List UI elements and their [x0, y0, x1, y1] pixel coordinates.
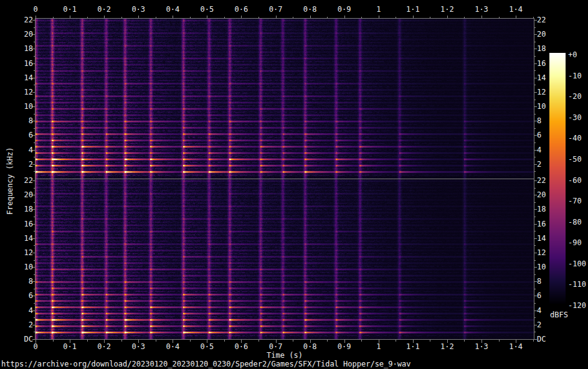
freq-tick-label-left-ch1: 12: [19, 88, 33, 96]
time-tick-label-top: 0·7: [269, 6, 283, 13]
freq-tick-label-right-ch1: 8: [537, 117, 541, 124]
freq-minor-tick-right-ch2: [534, 260, 536, 261]
freq-minor-tick-right-ch1: [534, 157, 536, 157]
freq-minor-tick-right-ch2: [534, 274, 536, 275]
freq-tick-label-left-ch1: 4: [19, 146, 33, 154]
colorbar-tick-label: -10: [568, 72, 582, 80]
time-tick-label-top: 0·4: [166, 6, 179, 13]
freq-tick-label-right-ch1: 6: [537, 131, 541, 139]
time-tick-label-top: 0·3: [131, 6, 145, 13]
freq-tick-label-left-ch1: 16: [19, 60, 33, 67]
time-minor-tick-bottom: [396, 340, 396, 342]
colorbar-tick-label: -50: [568, 156, 582, 163]
freq-tick-label-right-ch2: 8: [537, 278, 541, 285]
freq-tick-label-right-ch2: 18: [537, 205, 546, 213]
time-minor-tick-bottom: [430, 340, 430, 342]
time-tick-label-bottom: 0: [33, 343, 37, 350]
time-tick-label-top: 0·6: [235, 6, 249, 13]
colorbar-tick-label: -120: [568, 302, 586, 309]
time-minor-tick-bottom: [156, 340, 156, 342]
colorbar-tick-label: -20: [568, 93, 582, 100]
freq-minor-tick-right-ch1: [534, 56, 536, 57]
freq-tick-label-left-ch2: 4: [19, 307, 33, 314]
y-axis-title: Frequency (kHz): [6, 147, 14, 215]
time-minor-tick-bottom: [87, 340, 88, 342]
freq-tick-label-right-ch2: 16: [537, 220, 546, 228]
time-tick-label-top: 1·2: [440, 6, 454, 13]
freq-tick-label-right-ch2: 6: [537, 292, 541, 299]
freq-tick-label-left-ch2: 18: [19, 205, 33, 213]
colorbar-unit-label: dBFS: [550, 311, 568, 319]
time-tick-label-bottom: 0·8: [303, 343, 317, 350]
time-tick-label-top: 0·2: [97, 6, 111, 13]
time-minor-tick-bottom: [121, 340, 122, 342]
time-minor-tick-bottom: [190, 340, 191, 342]
freq-minor-tick-right-ch2: [534, 245, 536, 246]
freq-tick-label-right-ch2: 20: [537, 191, 546, 199]
time-tick-label-bottom: 1·2: [440, 343, 454, 350]
time-minor-tick-bottom: [464, 340, 465, 342]
freq-minor-tick-right-ch1: [534, 85, 536, 85]
time-tick-label-bottom: 0·2: [97, 343, 111, 350]
freq-tick-label-left-ch2: 16: [19, 220, 33, 228]
freq-minor-tick-right-ch1: [534, 100, 536, 100]
freq-tick-label-left-ch1: 2: [19, 161, 33, 168]
x-axis-title: Time (s): [267, 352, 303, 359]
time-tick-label-top: 0·8: [303, 6, 317, 13]
freq-tick-label-left-ch2: 8: [19, 278, 33, 285]
time-minor-tick-bottom: [499, 340, 500, 342]
freq-minor-tick-right-ch1: [534, 27, 536, 28]
colorbar-tick-label: -110: [568, 281, 586, 288]
spectrogram-channel-2: [36, 179, 534, 339]
colorbar-tick-label: +0: [568, 51, 577, 58]
time-tick-label-top: 1·3: [475, 6, 488, 13]
time-tick-label-bottom: 0·7: [269, 343, 283, 350]
colorbar-tick-label: -30: [568, 114, 582, 121]
freq-tick-label-left-ch2: 20: [19, 191, 33, 199]
time-tick-label-bottom: 1: [376, 343, 381, 350]
freq-tick-label-left-ch1: 20: [19, 30, 33, 38]
freq-tick-label-right-ch2: 4: [537, 307, 541, 314]
freq-tick-label-left-ch2: 2: [19, 321, 33, 329]
freq-tick-label-right-ch2: 12: [537, 249, 546, 256]
time-tick-label-bottom: 0·5: [201, 343, 214, 350]
source-url: https://archive·org/download/20230120_20…: [1, 360, 410, 368]
freq-tick-label-right-ch2: 22: [537, 177, 546, 184]
freq-tick-label-left-ch2: 12: [19, 249, 33, 256]
time-minor-tick-bottom: [533, 340, 534, 342]
freq-tick-label-right-ch1: 14: [537, 74, 546, 82]
freq-minor-tick-right-ch1: [534, 114, 536, 114]
freq-tick-label-right-ch2: DC: [537, 335, 546, 343]
freq-minor-tick-right-ch2: [534, 231, 536, 231]
colorbar-tick-label: -60: [568, 177, 582, 184]
freq-tick-label-right-ch2: 14: [537, 235, 546, 242]
freq-tick-label-left-ch1: 14: [19, 74, 33, 82]
time-tick-label-top: 0·5: [201, 6, 214, 13]
colorbar-tick-label: -80: [568, 218, 582, 226]
time-tick-label-bottom: 1·3: [475, 343, 488, 350]
freq-minor-tick-right-ch2: [534, 202, 536, 203]
colorbar-tick-label: -90: [568, 239, 582, 246]
freq-minor-tick-right-ch1: [534, 142, 536, 143]
time-tick-label-bottom: 1·1: [406, 343, 420, 350]
freq-tick-label-left-ch2: 22: [19, 177, 33, 184]
freq-tick-label-left-ch2: DC: [19, 335, 33, 343]
freq-tick-label-left-ch1: 10: [19, 103, 33, 110]
freq-tick-label-right-ch1: 16: [537, 60, 546, 67]
colorbar-tick-label: -70: [568, 197, 582, 205]
freq-minor-tick-right-ch1: [534, 42, 536, 42]
time-minor-tick-bottom: [293, 340, 293, 342]
freq-tick-label-right-ch1: 12: [537, 88, 546, 96]
time-tick-label-bottom: 0·6: [235, 343, 249, 350]
time-tick-label-bottom: 1·4: [509, 343, 523, 350]
time-minor-tick-bottom: [258, 340, 259, 342]
freq-tick-label-left-ch2: 6: [19, 292, 33, 299]
time-tick-label-bottom: 0·3: [131, 343, 145, 350]
freq-tick-label-right-ch2: 10: [537, 263, 546, 271]
freq-tick-label-right-ch1: 10: [537, 103, 546, 110]
freq-tick-label-right-ch1: 22: [537, 16, 546, 24]
freq-minor-tick-right-ch1: [534, 171, 536, 172]
freq-tick-label-right-ch1: 2: [537, 161, 541, 168]
freq-minor-tick-right-ch2: [534, 217, 536, 217]
freq-tick-label-left-ch2: 14: [19, 235, 33, 242]
